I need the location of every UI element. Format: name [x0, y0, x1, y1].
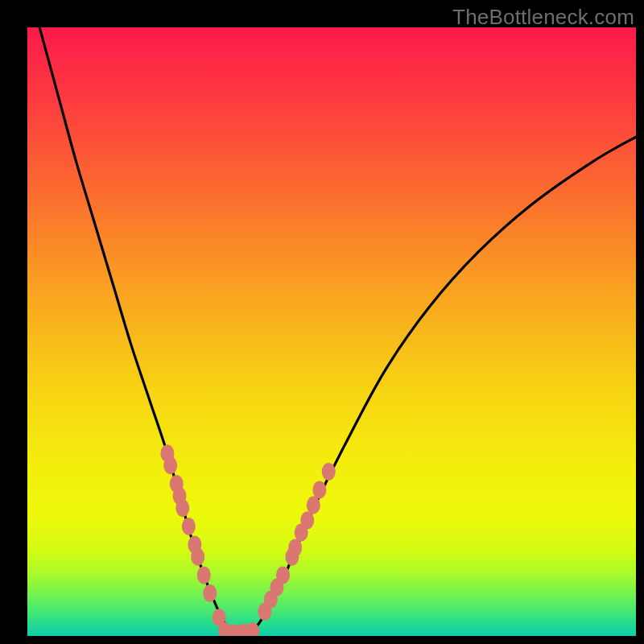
data-marker [203, 584, 217, 602]
data-marker [312, 481, 326, 499]
data-marker [175, 499, 189, 517]
chart-frame: TheBottleneck.com [0, 0, 644, 644]
data-marker [322, 463, 336, 481]
data-marker [307, 496, 320, 514]
watermark-text: TheBottleneck.com [452, 5, 634, 30]
data-marker [191, 548, 204, 566]
curve-markers [160, 444, 335, 636]
curve-layer [27, 27, 636, 636]
data-marker [163, 456, 177, 474]
data-marker [182, 518, 196, 535]
data-marker [300, 511, 314, 529]
data-marker [276, 566, 290, 584]
plot-area [27, 27, 636, 636]
data-marker [197, 566, 211, 584]
bottleneck-curve [39, 27, 636, 636]
data-marker [288, 539, 302, 556]
